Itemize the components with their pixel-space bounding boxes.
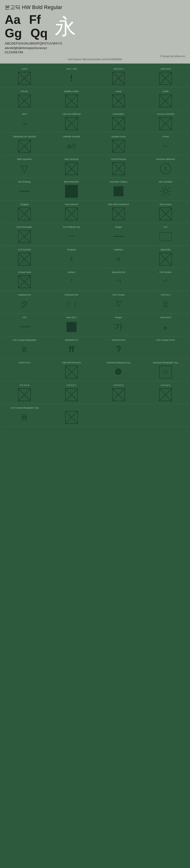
- cell-glyph: [64, 388, 79, 402]
- cell-glyph: 丽: [17, 410, 32, 425]
- svg-line-6: [162, 187, 163, 189]
- cell-glyph: ←: [158, 139, 173, 153]
- cell-glyph: [111, 161, 126, 176]
- grid-cell: CJK Ext A㐀: [142, 291, 189, 313]
- grid-cell: Geometric Shapes: [95, 179, 142, 200]
- cell-glyph: ㇀: [158, 275, 173, 289]
- cell-label: Block Elements: [64, 181, 79, 183]
- alphabet-section: ABCDEFGHIJKLMNOPQRSTUVWXYZ abcdefghijklm…: [5, 41, 185, 55]
- grid-row: Math Operators▽Misc TechnicalControl Pic…: [1, 156, 189, 177]
- cell-glyph: ⼀: [64, 229, 79, 244]
- cell-label: CJK Compat Forms: [156, 339, 175, 341]
- cell-label: CJK Ext C: [67, 384, 76, 386]
- grid-cell: Modifier Letters: [48, 88, 95, 110]
- cell-label: Enclosed Alphanum Sup: [107, 362, 130, 364]
- grid-cell: Compat Jamo: [1, 269, 48, 290]
- preview-char-G: Gg: [5, 26, 22, 40]
- cell-glyph: [17, 275, 32, 289]
- cell-glyph: 1: [158, 161, 173, 176]
- cell-glyph: [64, 365, 79, 379]
- grid-row: Katakana ExtクEnclosed CJK(㆒)CJK Compat㌀C…: [1, 291, 189, 313]
- cell-label: CJC: [163, 226, 168, 228]
- cell-glyph: [64, 184, 79, 198]
- grid-cell: Latin Ext B: [142, 65, 189, 87]
- cell-label: Greek: [116, 90, 122, 93]
- grid-cell: Small Forms﹐: [1, 359, 48, 381]
- preview-latin: Aa Ff Gg Qq: [5, 13, 47, 40]
- svg-line-4: [162, 193, 163, 195]
- grid-cell: [48, 404, 95, 426]
- cell-glyph: [158, 207, 173, 221]
- cell-glyph: ㆐: [64, 275, 79, 289]
- cell-label: Latin Ext A: [113, 68, 123, 70]
- grid-cell: CJK Compat Ideographic豈: [1, 337, 48, 358]
- cell-label: CJK Ext B: [20, 384, 29, 386]
- grid-cell: Vertical Forms？: [95, 337, 142, 358]
- grid-cell: Misc Technical: [48, 156, 95, 177]
- svg-point-0: [163, 189, 168, 193]
- grid-cell: CJK Ext D: [95, 382, 142, 403]
- cell-glyph: [111, 116, 126, 131]
- preview-cjk: 永: [54, 16, 76, 37]
- cell-label: Kangxi: [115, 226, 122, 228]
- grid-cell: CJK Strokes㇀: [142, 269, 189, 290]
- grid-cell: Number Forms: [95, 133, 142, 155]
- preview-char-Q: Qq: [30, 26, 47, 40]
- cell-label: CJK Compat Ideographic: [12, 339, 37, 341]
- grid-row: CJK SymbolsHiragana〻Katakana=Bopomofo: [1, 246, 189, 268]
- cell-label: Bopomofo Ext: [112, 271, 125, 274]
- grid-cell: Jamo¬: [1, 111, 48, 132]
- cell-label: CJK Radicals Sup: [63, 226, 80, 228]
- cell-label: Bopomofo: [160, 248, 170, 251]
- cell-glyph: [111, 71, 126, 86]
- cell-glyph: [17, 71, 32, 86]
- cell-label: Letterlike Symbols: [63, 135, 80, 138]
- grid-cell: Cyrillic: [142, 88, 189, 110]
- grid-cell: Box Drawing: [1, 179, 48, 200]
- grid-cell: Alphabetic PFff: [48, 337, 95, 358]
- cell-label: Punctuation: [113, 113, 124, 115]
- grid-cell: IPA Ext: [1, 88, 48, 110]
- cell-label: Kanbun: [68, 271, 75, 274]
- cell-glyph: [17, 184, 32, 198]
- cell-glyph: [17, 207, 32, 221]
- grid-cell: Latin Ext A: [95, 65, 142, 87]
- cell-label: CJK Ext E: [160, 384, 170, 386]
- cell-glyph: !: [64, 71, 79, 86]
- cell-glyph: [158, 71, 173, 86]
- grid-cell: CJK Symbols: [1, 246, 48, 268]
- grid-cell: Misc Arrows: [142, 201, 189, 222]
- svg-line-2: [168, 193, 169, 195]
- cell-label: Katakana Ext: [18, 293, 31, 296]
- cell-glyph: [17, 388, 32, 402]
- cell-glyph: ▽: [17, 161, 32, 176]
- grid-cell: Half And Full Forms: [48, 359, 95, 381]
- copyright: © Design by fontke.com: [5, 55, 185, 58]
- glyph-grid: ASCIILatin 1 Sup!Latin Ext ALatin Ext BI…: [0, 64, 190, 429]
- cell-glyph: 〻: [64, 252, 79, 266]
- cell-glyph: [64, 320, 79, 334]
- cell-label: Hangul: [115, 316, 122, 319]
- cell-glyph: [111, 410, 126, 425]
- cell-glyph: [111, 207, 126, 221]
- grid-cell: Bopomofo Extㄱ: [95, 269, 142, 290]
- grid-cell: Greek: [95, 88, 142, 110]
- cell-glyph: [17, 252, 32, 266]
- grid-cell: Enclosed Ideographic Sup🉁: [142, 359, 189, 381]
- grid-cell: Enclosed Alphanum1: [142, 156, 189, 177]
- grid-row: CJKJamo Ext AHangul가Jamo Ext Bힱ: [1, 314, 189, 336]
- grid-cell: Sup Punctuation: [1, 224, 48, 245]
- grid-cell: Arrows←: [142, 133, 189, 155]
- cell-label: Number Forms: [111, 135, 126, 138]
- grid-cell: CJK Radicals Sup⼀: [48, 224, 95, 245]
- cell-label: Latin Ext B: [160, 68, 171, 70]
- cell-label: Katakana: [114, 248, 123, 251]
- cell-glyph: ﹐: [17, 365, 32, 379]
- cell-glyph: a/c: [64, 139, 79, 153]
- alphabet-lower: abcdefghijklmnopqrstuvwxyz: [5, 46, 185, 50]
- grid-cell: CJK Ext B: [1, 382, 48, 403]
- digits: 0123456789: [5, 50, 185, 55]
- cell-label: Sup Punctuation: [16, 226, 32, 228]
- cell-label: Control Pictures: [111, 158, 126, 161]
- cell-label: Compat Jamo: [18, 271, 31, 274]
